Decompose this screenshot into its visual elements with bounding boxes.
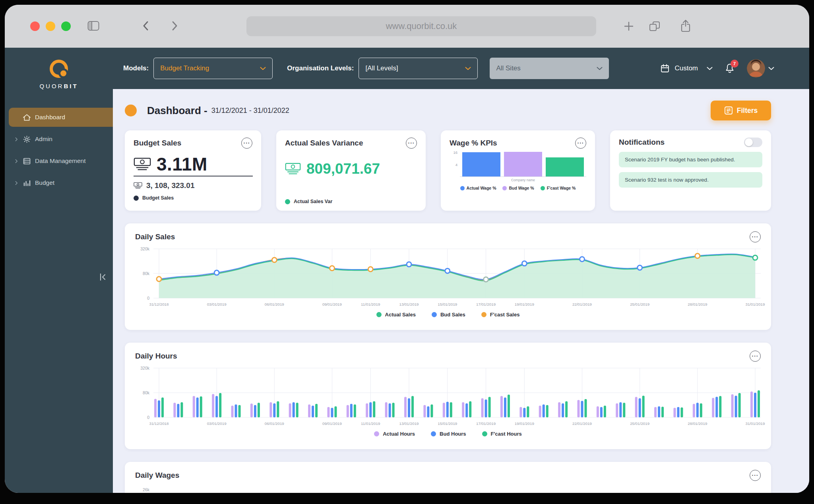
- daily-hours-card: Daily Hours ··· 320k80k0 31/12/201803/01…: [125, 343, 771, 449]
- quorbit-logo: QUORBIT: [5, 48, 113, 89]
- wage-x-axis-label: Company name: [450, 178, 586, 182]
- notifications-bell-icon[interactable]: 7: [725, 63, 735, 74]
- legend-label: Budget Sales: [142, 195, 174, 201]
- filters-button[interactable]: Filters: [711, 101, 771, 120]
- legend-dot: [460, 186, 465, 190]
- card-title: Wage % KPIs: [450, 139, 497, 147]
- card-menu-icon[interactable]: ···: [241, 138, 252, 149]
- user-menu[interactable]: [747, 59, 774, 78]
- back-button[interactable]: [141, 20, 150, 33]
- legend-label: Bud Wage %: [509, 186, 534, 190]
- legend-label: F'cast Wage %: [547, 186, 576, 190]
- chevron-down-icon: [707, 67, 713, 70]
- wage-kpis-chart: 164: [450, 152, 586, 177]
- daily-sales-plot: [153, 246, 761, 301]
- card-title: Daily Wages: [135, 471, 179, 480]
- daily-sales-card: Daily Sales ··· 320k80k0 31/12/201803/01…: [125, 223, 771, 330]
- notifications-card: Notifications Scenario 2019 FY budget ha…: [610, 130, 771, 211]
- legend-label: F'cast Sales: [490, 312, 520, 318]
- address-bar[interactable]: www.quorbit.co.uk: [246, 16, 596, 36]
- sidebar-nav: Dashboard Admin: [5, 108, 113, 192]
- date-range-label: Custom: [674, 64, 698, 72]
- card-menu-icon[interactable]: ···: [406, 138, 417, 149]
- chevron-down-icon: [465, 67, 471, 70]
- chevron-right-icon: [15, 137, 18, 142]
- page-accent-dot: [125, 105, 137, 116]
- chevron-down-icon: [260, 67, 266, 70]
- y-axis-labels: 320k80k0: [135, 246, 153, 308]
- legend-dot: [285, 199, 290, 204]
- org-levels-label: Organisation Levels:: [287, 64, 354, 72]
- wage-legend: Actual Wage % Bud Wage % F'cast Wage %: [450, 186, 586, 190]
- card-menu-icon[interactable]: ···: [750, 351, 761, 362]
- legend-label: F'cast Hours: [491, 431, 522, 437]
- money-stack-icon-green: [285, 163, 301, 175]
- org-levels-select[interactable]: [All Levels]: [359, 58, 478, 79]
- app-header: Models: Budget Tracking Organisation Lev…: [113, 48, 809, 89]
- dashboard-content: Dashboard - 31/12/2021 - 31/01/2022 Filt…: [113, 89, 809, 493]
- sidebar-item-label: Admin: [35, 136, 52, 143]
- card-menu-icon[interactable]: ···: [575, 138, 586, 149]
- daily-hours-legend: Actual Hours Bud Hours F'cast Hours: [135, 431, 761, 437]
- home-icon: [22, 114, 31, 121]
- notifications-toggle[interactable]: [744, 138, 762, 147]
- daily-sales-legend: Actual Sales Bud Sales F'cast Sales: [135, 312, 761, 318]
- gear-icon: [22, 136, 31, 143]
- sidebar-item-dashboard[interactable]: Dashboard: [9, 108, 113, 127]
- legend-label: Actual Hours: [383, 431, 415, 437]
- sites-select[interactable]: All Sites: [490, 58, 609, 79]
- y-axis-label: 26k: [135, 487, 153, 492]
- new-tab-button[interactable]: [623, 21, 634, 33]
- legend-label: Actual Wage %: [467, 186, 496, 190]
- minimize-window-button[interactable]: [46, 21, 55, 31]
- actual-sales-variance-card: Actual Sales Variance ··· 809,071.67 Act…: [276, 130, 426, 211]
- legend-dot: [482, 431, 487, 436]
- forward-button[interactable]: [170, 20, 179, 33]
- chevron-down-icon: [768, 67, 774, 70]
- collapse-sidebar-icon[interactable]: [99, 273, 107, 283]
- models-label: Models:: [123, 64, 149, 72]
- bar-chart-icon: [22, 180, 31, 186]
- y-axis-labels: 320k80k0: [135, 365, 153, 428]
- close-window-button[interactable]: [30, 21, 40, 31]
- toggle-knob: [745, 138, 753, 146]
- filters-icon: [724, 106, 733, 115]
- legend-dot: [374, 431, 379, 436]
- sidebar-item-budget[interactable]: Budget: [5, 173, 113, 192]
- notification-count-badge: 7: [731, 60, 738, 68]
- avatar: [747, 59, 765, 78]
- budget-sales-card: Budget Sales ··· 3.11M: [125, 130, 261, 211]
- url-text: www.quorbit.co.uk: [386, 21, 457, 31]
- wage-kpis-card: Wage % KPIs ··· 164 Company name Actual …: [441, 130, 595, 211]
- browser-window: www.quorbit.co.uk QUORBIT Dashboard: [5, 5, 809, 493]
- tab-overview-icon[interactable]: [649, 21, 661, 33]
- card-menu-icon[interactable]: ···: [750, 231, 761, 242]
- date-range-picker[interactable]: Custom: [660, 64, 713, 73]
- sidebar-item-admin[interactable]: Admin: [5, 130, 113, 149]
- wage-bar: [462, 152, 500, 176]
- card-title: Daily Sales: [135, 233, 175, 241]
- page-date-range: 31/12/2021 - 31/01/2022: [211, 107, 289, 115]
- card-title: Daily Hours: [135, 352, 177, 361]
- sidebar-item-data-management[interactable]: Data Management: [5, 151, 113, 171]
- legend-dot: [541, 186, 545, 190]
- card-title: Notifications: [619, 138, 665, 147]
- x-axis-labels: 31/12/201803/01/201906/01/201909/01/2019…: [153, 302, 761, 308]
- quorbit-logo-text: QUORBIT: [39, 83, 78, 89]
- legend-dot: [481, 312, 486, 317]
- divider: [134, 176, 253, 176]
- card-title: Budget Sales: [134, 139, 181, 147]
- sidebar: QUORBIT Dashboard Admin: [5, 48, 113, 493]
- sidebar-item-label: Dashboard: [35, 114, 65, 121]
- models-select[interactable]: Budget Tracking: [153, 58, 273, 79]
- card-menu-icon[interactable]: ···: [750, 470, 761, 481]
- legend-dot: [376, 312, 382, 317]
- share-icon[interactable]: [680, 19, 691, 34]
- daily-hours-plot: [153, 365, 761, 421]
- sidebar-item-label: Data Management: [35, 157, 86, 165]
- zoom-window-button[interactable]: [61, 21, 71, 31]
- database-icon: [22, 158, 31, 165]
- browser-sidebar-toggle-icon[interactable]: [87, 21, 99, 33]
- chevron-down-icon: [597, 67, 603, 70]
- budget-sales-value: 3.11M: [157, 153, 207, 175]
